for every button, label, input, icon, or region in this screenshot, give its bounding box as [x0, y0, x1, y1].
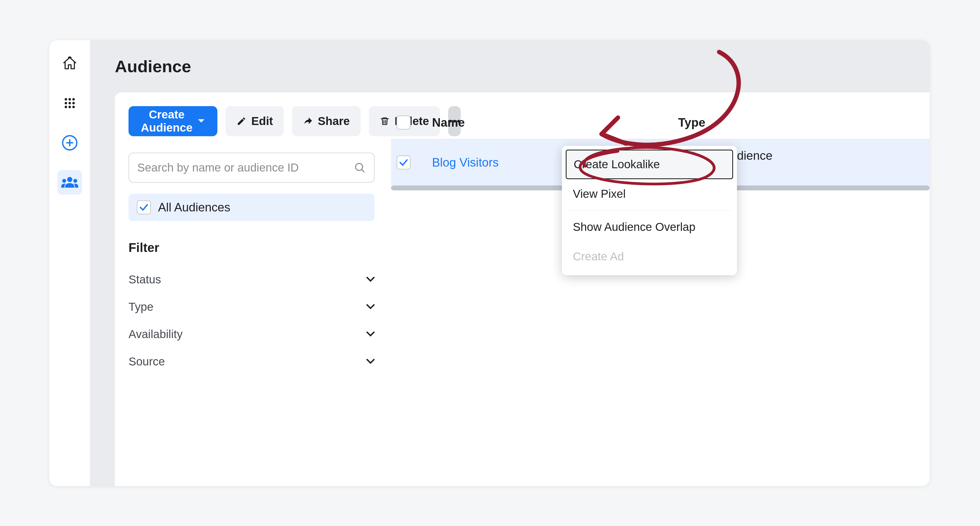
- pencil-icon: [237, 116, 247, 126]
- svg-point-0: [65, 98, 67, 100]
- more-dropdown: Create Lookalike View Pixel Show Audienc…: [562, 146, 737, 275]
- left-rail: [49, 40, 90, 486]
- create-audience-button[interactable]: Create Audience: [129, 106, 217, 136]
- left-panel: Create Audience Edit: [129, 106, 391, 486]
- svg-point-4: [68, 102, 71, 104]
- content-header: Audience: [90, 40, 930, 92]
- table-header: Name Type: [391, 106, 930, 139]
- select-all-checkbox[interactable]: [396, 115, 411, 130]
- filter-type[interactable]: Type: [129, 293, 375, 320]
- nav-create[interactable]: [57, 131, 82, 155]
- share-button[interactable]: Share: [292, 106, 361, 136]
- svg-point-3: [65, 102, 67, 104]
- chevron-down-icon: [366, 359, 375, 364]
- home-icon: [62, 56, 78, 72]
- toolbar: Create Audience Edit: [129, 106, 375, 136]
- chevron-down-icon: [366, 304, 375, 310]
- search-icon: [354, 162, 366, 174]
- svg-point-14: [73, 179, 77, 183]
- nav-home[interactable]: [57, 51, 82, 76]
- filter-availability[interactable]: Availability: [129, 320, 375, 348]
- chevron-down-icon: [366, 332, 375, 337]
- svg-point-20: [355, 163, 363, 171]
- svg-point-13: [62, 179, 66, 183]
- row-checkbox[interactable]: [396, 155, 411, 170]
- all-audiences-checkbox[interactable]: [137, 200, 151, 214]
- content-area: Audience Create Audience: [90, 40, 930, 486]
- nav-audiences[interactable]: [57, 170, 82, 195]
- people-icon: [61, 175, 78, 190]
- edit-label: Edit: [251, 115, 273, 128]
- dropdown-view-pixel[interactable]: View Pixel: [562, 179, 737, 209]
- plus-circle-icon: [61, 134, 78, 151]
- svg-point-2: [72, 98, 75, 100]
- table-panel: Name Type Blog Visitors Custom Audience: [391, 106, 930, 486]
- content-body: Create Audience Edit: [115, 92, 930, 486]
- svg-point-7: [68, 105, 71, 108]
- column-header-type[interactable]: Type: [678, 116, 930, 129]
- svg-point-8: [72, 105, 75, 108]
- dropdown-create-lookalike[interactable]: Create Lookalike: [566, 150, 733, 179]
- filter-label: Source: [129, 355, 165, 368]
- caret-down-icon: [197, 118, 205, 124]
- filter-status[interactable]: Status: [129, 266, 375, 293]
- svg-point-5: [72, 102, 75, 104]
- trash-icon: [380, 116, 390, 126]
- dropdown-show-overlap[interactable]: Show Audience Overlap: [562, 212, 737, 242]
- share-label: Share: [318, 115, 350, 128]
- app-window: Audience Create Audience: [49, 40, 930, 486]
- all-audiences-label: All Audiences: [158, 201, 230, 214]
- filter-title: Filter: [129, 240, 375, 255]
- svg-point-12: [67, 177, 72, 182]
- search-field[interactable]: [129, 153, 375, 183]
- all-audiences-row[interactable]: All Audiences: [129, 194, 375, 221]
- svg-line-21: [361, 169, 364, 172]
- filter-label: Status: [129, 273, 161, 286]
- share-icon: [303, 116, 313, 126]
- nav-apps[interactable]: [57, 91, 82, 115]
- page-title: Audience: [115, 57, 905, 76]
- column-header-name[interactable]: Name: [432, 116, 665, 129]
- svg-point-6: [65, 105, 67, 108]
- chevron-down-icon: [366, 277, 375, 282]
- edit-button[interactable]: Edit: [226, 106, 284, 136]
- filter-label: Availability: [129, 328, 183, 341]
- dropdown-create-ad: Create Ad: [562, 242, 737, 271]
- grid-icon: [63, 97, 76, 110]
- filter-label: Type: [129, 300, 153, 314]
- svg-point-1: [68, 98, 71, 100]
- search-input[interactable]: [137, 161, 354, 174]
- filter-source[interactable]: Source: [129, 348, 375, 375]
- create-audience-label: Create Audience: [141, 108, 192, 134]
